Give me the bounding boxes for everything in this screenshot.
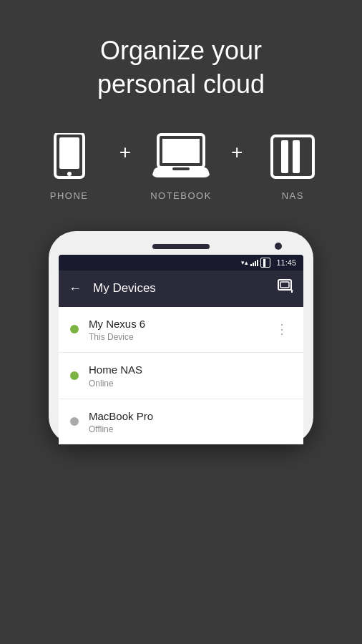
app-toolbar: ← My Devices <box>59 270 303 307</box>
device-sub-nas: Online <box>89 379 292 389</box>
signal-icon <box>250 259 258 266</box>
device-list: My Nexus 6 This Device ⋮ Home NAS Online <box>59 307 303 445</box>
wifi-icon: ▾▴ <box>241 259 248 266</box>
svg-rect-8 <box>293 140 300 173</box>
bar2 <box>253 263 254 266</box>
status-dot-nexus6 <box>70 325 79 333</box>
status-icons: ▾▴ ▌ <box>241 258 270 268</box>
notebook-device-icon <box>152 130 210 180</box>
phone-label: PHONE <box>50 190 89 201</box>
device-info-macbook: MacBook Pro Offline <box>89 409 292 435</box>
phone-screen: ▾▴ ▌ 11:45 ← My Devices <box>59 255 303 445</box>
svg-rect-4 <box>162 139 200 163</box>
nas-device-icon <box>269 130 316 180</box>
device-info-nexus6: My Nexus 6 This Device <box>89 317 273 343</box>
device-menu-nexus6[interactable]: ⋮ <box>273 318 292 340</box>
phone-device-icon <box>52 130 87 180</box>
hero-title: Organize yourpersonal cloud <box>97 34 265 102</box>
device-name-nas: Home NAS <box>89 363 292 377</box>
phone-mockup-container: ▾▴ ▌ 11:45 ← My Devices <box>0 231 362 644</box>
bar3 <box>255 261 256 266</box>
svg-point-2 <box>67 172 72 176</box>
phone-top-bar <box>59 244 303 249</box>
back-button[interactable]: ← <box>69 281 82 296</box>
nas-icon-item: NAS <box>243 130 343 201</box>
hero-section: Organize yourpersonal cloud PHONE + <box>0 0 362 224</box>
device-item-macbook[interactable]: MacBook Pro Offline <box>59 399 303 445</box>
status-dot-macbook <box>70 417 79 426</box>
plus-2: + <box>231 141 243 171</box>
status-bar: ▾▴ ▌ 11:45 <box>59 255 303 270</box>
phone-camera <box>275 243 282 250</box>
status-dot-nas <box>70 371 79 380</box>
device-sub-macbook: Offline <box>89 424 292 434</box>
phone-mockup: ▾▴ ▌ 11:45 ← My Devices <box>49 231 313 445</box>
device-sub-nexus6: This Device <box>89 332 273 342</box>
phone-icon-item: PHONE <box>19 130 119 201</box>
device-name-macbook: MacBook Pro <box>89 409 292 424</box>
toolbar-title: My Devices <box>93 281 270 296</box>
notebook-label: NOTEBOOK <box>150 190 212 201</box>
battery-icon: ▌ <box>260 258 270 268</box>
device-name-nexus6: My Nexus 6 <box>89 317 273 331</box>
bar4 <box>257 260 258 266</box>
nas-label: NAS <box>282 190 304 201</box>
device-item-nexus6[interactable]: My Nexus 6 This Device ⋮ <box>59 307 303 353</box>
icons-row: PHONE + NOTEBOOK + <box>19 130 343 201</box>
notebook-icon-item: NOTEBOOK <box>131 130 231 201</box>
device-info-nas: Home NAS Online <box>89 363 292 389</box>
svg-rect-10 <box>280 282 289 288</box>
device-item-nas[interactable]: Home NAS Online <box>59 353 303 399</box>
plus-1: + <box>119 141 131 171</box>
svg-rect-7 <box>281 140 288 173</box>
bar1 <box>250 264 252 266</box>
svg-rect-1 <box>59 137 79 169</box>
svg-rect-5 <box>172 167 190 170</box>
phone-speaker <box>152 244 210 249</box>
svg-line-11 <box>290 289 293 291</box>
status-time: 11:45 <box>276 258 296 267</box>
add-device-button[interactable] <box>278 279 293 298</box>
